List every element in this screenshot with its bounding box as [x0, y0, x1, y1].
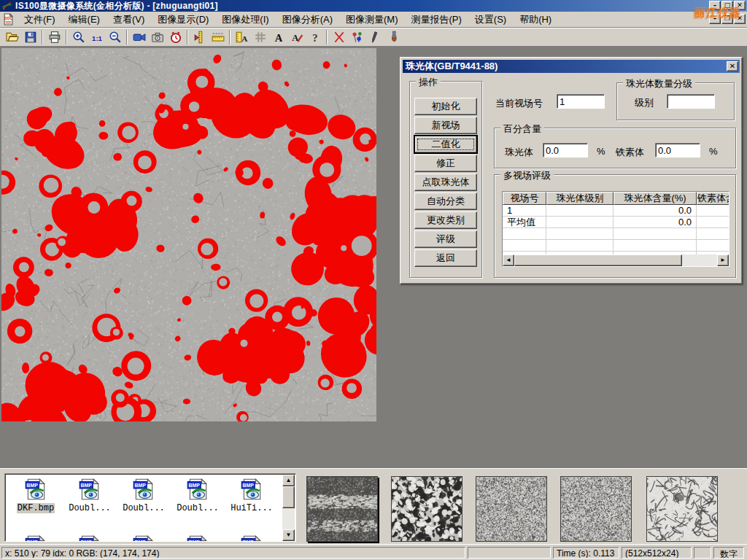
count-marks-button[interactable] — [348, 29, 366, 46]
thumbnail-sample-5[interactable] — [646, 476, 718, 542]
status-bar: x: 510 y: 79 idx: 0 RGB: (174, 174, 174)… — [0, 544, 747, 560]
save-button[interactable] — [21, 29, 39, 46]
video-camera-button[interactable] — [130, 29, 148, 46]
file-item-HuiTi...[interactable]: BMPHuiTi... — [225, 477, 278, 513]
svg-text:A: A — [292, 33, 298, 43]
maximize-icon[interactable]: □ — [721, 1, 733, 10]
file-item-partial[interactable]: BMP — [171, 534, 224, 542]
table-cell — [546, 205, 614, 216]
menu-item-10[interactable]: 帮助(H) — [513, 12, 558, 28]
dialog-title: 珠光体(GB/T9441-88) — [406, 60, 498, 73]
op-button-9[interactable]: 返回 — [414, 249, 477, 267]
actual-size-button[interactable]: 1:1 — [88, 29, 106, 46]
table-row-1[interactable]: 10.0 — [503, 205, 729, 217]
image-size-status: (512x512x24) — [622, 547, 692, 559]
open-icon — [6, 31, 19, 44]
text-edit-button[interactable]: A — [287, 29, 306, 46]
timer-button[interactable] — [166, 29, 185, 46]
ferrite-percent-input[interactable]: 0.0 — [655, 143, 700, 158]
scroll-left-icon[interactable]: ◄ — [503, 254, 514, 266]
bmp-file-icon: BMP — [185, 477, 210, 502]
table-cell — [546, 240, 614, 251]
op-button-6[interactable]: 自动分类 — [414, 192, 477, 210]
file-scrollbar-thumb[interactable] — [282, 486, 295, 508]
menu-item-1[interactable]: 文件(F) — [18, 12, 62, 28]
minimize-icon[interactable]: – — [709, 1, 721, 10]
menu-item-4[interactable]: 图像显示(D) — [151, 12, 215, 28]
level-input[interactable] — [667, 94, 715, 109]
snapshot-button[interactable] — [148, 29, 166, 46]
thumbnail-sample-3[interactable] — [476, 476, 547, 542]
table-cell — [697, 240, 729, 251]
text-button[interactable]: A — [269, 29, 287, 46]
pearlite-unit: % — [597, 146, 605, 157]
bmp-file-icon: BMP — [77, 477, 102, 502]
ruler-button[interactable] — [209, 29, 227, 46]
curve-cut-button[interactable] — [330, 29, 348, 46]
op-button-5[interactable]: 点取珠光体 — [414, 174, 477, 191]
title-bar[interactable]: IS100显微摄像系统(金相分析版) - [zhuguangti01] – □ … — [0, 0, 747, 12]
op-button-2[interactable]: 新视场 — [414, 117, 477, 134]
grid-button[interactable] — [251, 29, 269, 46]
pen-button[interactable] — [366, 29, 384, 46]
scroll-down-icon[interactable]: ▼ — [282, 529, 295, 541]
scroll-up-icon[interactable]: ▲ — [282, 475, 295, 486]
document-icon[interactable]: DOC — [2, 13, 15, 26]
file-item-Doubl...[interactable]: BMPDoubl... — [171, 477, 224, 513]
file-list-scrollbar[interactable]: ▲ ▼ — [282, 475, 295, 541]
percent-group: 百分含量 珠光体 0.0 % 铁素体 0.0 % — [494, 128, 736, 168]
table-horizontal-scrollbar[interactable]: ◄ ► — [503, 254, 729, 266]
open-button[interactable] — [3, 29, 21, 46]
table-row-4[interactable] — [503, 240, 729, 252]
table-row-3[interactable] — [503, 228, 729, 240]
child-minimize-icon[interactable]: – — [709, 14, 721, 24]
menu-item-2[interactable]: 编辑(E) — [62, 12, 107, 28]
metallographic-image[interactable] — [1, 48, 376, 421]
op-button-3[interactable]: 二值化 — [414, 136, 477, 153]
table-row-2[interactable]: 平均值0.0 — [503, 217, 729, 228]
thumbnail-sample-2[interactable] — [391, 476, 462, 542]
file-item-DKF.bmp[interactable]: BMPDKF.bmp — [9, 477, 62, 513]
file-item-Doubl...[interactable]: BMPDoubl... — [117, 477, 170, 513]
column-header-2[interactable]: 珠光体级别 — [546, 192, 614, 205]
file-item-partial[interactable]: BMP — [9, 534, 62, 542]
grid-icon — [254, 31, 267, 44]
menu-item-6[interactable]: 图像分析(A) — [276, 12, 339, 28]
save-icon — [24, 31, 37, 44]
column-header-4[interactable]: 铁素体含量(%) — [697, 192, 729, 205]
menu-item-5[interactable]: 图像处理(I) — [215, 12, 275, 28]
column-header-1[interactable]: 视场号 — [503, 192, 546, 205]
pearlite-percent-input[interactable]: 0.0 — [543, 143, 588, 158]
menu-item-7[interactable]: 图像测量(M) — [339, 12, 405, 28]
menu-item-8[interactable]: 测量报告(P) — [404, 12, 468, 28]
brush-button[interactable] — [384, 29, 403, 46]
op-button-1[interactable]: 初始化 — [414, 98, 477, 115]
scrollbar-thumb[interactable] — [514, 254, 682, 266]
help-button[interactable]: ? — [306, 29, 324, 46]
file-item-partial[interactable]: BMP — [225, 534, 278, 542]
file-item-partial[interactable]: BMP — [63, 534, 116, 542]
print-button[interactable] — [45, 29, 63, 46]
zoom-in-button[interactable] — [69, 29, 88, 46]
column-header-3[interactable]: 珠光体含量(%) — [614, 192, 697, 205]
op-button-4[interactable]: 修正 — [414, 155, 477, 172]
status-empty-1 — [468, 547, 551, 559]
dialog-close-icon[interactable]: ✕ — [727, 61, 738, 71]
op-button-7[interactable]: 更改类别 — [414, 211, 477, 229]
dialog-title-bar[interactable]: 珠光体(GB/T9441-88) ✕ — [403, 60, 740, 73]
child-restore-icon[interactable]: ❐ — [721, 14, 733, 24]
current-field-input[interactable]: 1 — [557, 94, 605, 109]
op-button-8[interactable]: 评级 — [414, 230, 477, 248]
menu-item-3[interactable]: 查看(V) — [107, 12, 151, 28]
zoom-out-button[interactable] — [106, 29, 124, 46]
child-close-icon[interactable]: ✕ — [734, 14, 746, 24]
measure-text-button[interactable]: A — [233, 29, 251, 46]
file-item-Doubl...[interactable]: BMPDoubl... — [63, 477, 116, 513]
caliper-button[interactable] — [190, 29, 209, 46]
thumbnail-sample-4[interactable] — [560, 476, 632, 542]
scroll-right-icon[interactable]: ► — [717, 254, 729, 266]
file-item-partial[interactable]: BMP — [117, 534, 170, 542]
menu-item-9[interactable]: 设置(S) — [468, 12, 513, 28]
thumbnail-sample-1[interactable] — [306, 476, 378, 542]
close-icon[interactable]: ✕ — [734, 1, 746, 10]
